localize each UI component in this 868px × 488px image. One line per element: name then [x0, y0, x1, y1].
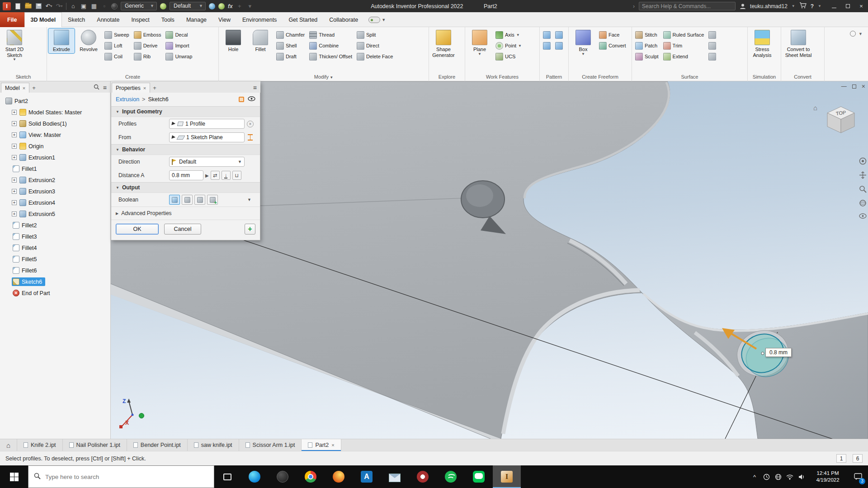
tree-item-fillet2[interactable]: Fillet2 — [1, 220, 109, 231]
ribbon-button-start-2d-sketch[interactable]: Start 2D Sketch▼ — [1, 28, 28, 62]
boolean-join-button[interactable] — [169, 195, 180, 205]
ribbon-button-face[interactable]: Face — [597, 30, 628, 40]
tree-expander-icon[interactable]: + — [12, 121, 17, 126]
tree-expander-icon[interactable]: + — [12, 144, 17, 149]
clear-selection-icon[interactable]: × — [247, 121, 254, 127]
ribbon-button-boundary-patch[interactable] — [707, 41, 718, 51]
ok-button[interactable]: OK — [116, 224, 159, 235]
ribbon-group-label[interactable]: Convert — [781, 73, 824, 81]
viewcube-home-icon[interactable]: ⌂ — [813, 104, 817, 112]
help-icon[interactable]: ? — [811, 3, 814, 9]
tree-item-fillet5[interactable]: Fillet5 — [1, 253, 109, 265]
ribbon-collapse-arrow-icon[interactable]: ▼ — [859, 32, 863, 36]
signed-in-user[interactable]: teuku.ahmad12 — [750, 3, 788, 9]
clock-tray-icon[interactable] — [760, 474, 772, 480]
material-dropdown[interactable]: Generic▼ — [121, 2, 157, 10]
ribbon-button-unwrap[interactable]: Unwrap — [164, 52, 194, 61]
cancel-button[interactable]: Cancel — [164, 224, 201, 235]
tree-expander-icon[interactable]: + — [12, 178, 17, 183]
menu-tab-collaborate[interactable]: Collaborate — [323, 12, 364, 27]
toolbar-options-arrow-icon[interactable]: ▾ — [246, 3, 254, 10]
section-behavior[interactable]: ▼ Behavior — [111, 144, 260, 155]
ribbon-button-sculpt[interactable]: Sculpt — [633, 52, 660, 61]
ribbon-group-label[interactable]: Explore — [429, 73, 465, 81]
adjust-sphere-icon[interactable] — [209, 3, 215, 9]
tree-item-content[interactable]: Extrusion2 — [19, 176, 58, 184]
tree-expander-icon[interactable]: + — [12, 110, 17, 115]
doc-tab-bender-point-ipt[interactable]: Bender Point.ipt — [127, 439, 188, 451]
section-input-geometry[interactable]: ▼ Input Geometry — [111, 106, 260, 117]
ribbon-button-emboss[interactable]: Emboss — [132, 30, 163, 40]
measure-icon[interactable]: ▦ — [90, 3, 98, 10]
help-menu-arrow-icon[interactable]: ▼ — [818, 4, 821, 8]
new-file-icon[interactable] — [14, 3, 21, 10]
ribbon-button-draft[interactable]: Draft — [274, 52, 307, 61]
menu-tab-get-started[interactable]: Get Started — [283, 12, 323, 27]
taskbar-clock[interactable]: 12:41 PM 4/19/2022 — [807, 470, 848, 483]
sketch-center-point[interactable] — [761, 352, 764, 355]
boolean-cut-button[interactable] — [182, 195, 193, 205]
browser-menu-icon[interactable]: ≡ — [103, 84, 107, 91]
profiles-field[interactable]: 1 Profile — [169, 119, 245, 129]
inventor-logo-icon[interactable]: I — [3, 2, 11, 10]
measure-button[interactable]: ⊔ — [232, 171, 241, 180]
ribbon-button-trim[interactable]: Trim — [661, 41, 706, 51]
tree-item-content[interactable]: Fillet2 — [12, 221, 40, 230]
redo-icon[interactable]: ↷▾ — [56, 3, 63, 10]
ribbon-group-label[interactable]: Create — [47, 73, 218, 81]
ribbon-button-mirror[interactable] — [553, 30, 565, 40]
ribbon-button-combine[interactable]: Combine — [307, 41, 354, 51]
viewcube-graphic[interactable]: TOP — [819, 101, 858, 137]
ribbon-group-label[interactable]: Work Features — [465, 73, 539, 81]
doc-tab-saw-knife-ipt[interactable]: saw knife.ipt — [188, 439, 239, 451]
view-cube[interactable]: ⌂ TOP — [813, 101, 858, 137]
ribbon-group-label[interactable]: Surface — [632, 73, 747, 81]
ribbon-button-axis[interactable]: Axis▼ — [494, 30, 524, 40]
close-icon[interactable]: × — [143, 85, 146, 91]
breadcrumb-extrusion[interactable]: Extrusion — [116, 96, 139, 103]
section-output[interactable]: ▼ Output — [111, 182, 260, 193]
tab-properties[interactable]: Properties × — [112, 83, 150, 93]
taskbar-app-xbox[interactable] — [269, 465, 297, 488]
ribbon-button-ucs[interactable]: UCS — [494, 52, 524, 61]
taskbar-search-input[interactable] — [45, 474, 208, 480]
doc-tab-part2[interactable]: Part2× — [302, 439, 341, 451]
doc-tab-scissor-arm-1-ipt[interactable]: Scissor Arm 1.ipt — [239, 439, 302, 451]
ribbon-button-thread[interactable]: Thread — [307, 30, 354, 40]
properties-menu-icon[interactable]: ≡ — [253, 84, 257, 91]
chevron-down-icon[interactable]: ▼ — [247, 197, 257, 202]
ribbon-button-extrude[interactable]: Extrude — [48, 28, 75, 53]
tree-item-content[interactable]: Solid Bodies(1) — [19, 119, 70, 128]
tree-item-content[interactable]: Fillet1 — [12, 164, 40, 173]
zoom-icon[interactable] — [859, 185, 867, 194]
taskbar-app-autodesk[interactable] — [353, 465, 381, 488]
tree-item-fillet6[interactable]: Fillet6 — [1, 265, 109, 276]
ribbon-button-shell[interactable]: Shell — [274, 41, 307, 51]
tree-item-content[interactable]: Fillet5 — [12, 255, 40, 263]
boolean-intersect-button[interactable] — [194, 195, 205, 205]
ribbon-button-extend[interactable]: Extend — [661, 52, 706, 61]
tree-item-content[interactable]: Fillet4 — [12, 244, 40, 252]
ribbon-button-fillet[interactable]: Fillet — [247, 28, 274, 53]
ribbon-button-chamfer[interactable]: Chamfer — [274, 30, 307, 40]
appearance-dropdown[interactable]: Default▼ — [170, 2, 206, 10]
doc-restore-icon[interactable] — [852, 84, 856, 89]
tree-expander-icon[interactable]: + — [12, 132, 17, 137]
home-tab[interactable]: ⌂ — [0, 439, 17, 451]
ribbon-button-split[interactable]: Split — [355, 30, 395, 40]
doc-tab-nail-polisher-1-ipt[interactable]: Nail Polisher 1.ipt — [63, 439, 127, 451]
search-icon[interactable] — [94, 84, 99, 91]
boolean-new-solid-button[interactable]: + — [207, 195, 218, 205]
ribbon-button-hole[interactable]: Hole — [220, 28, 246, 53]
task-view-button[interactable] — [214, 465, 241, 488]
add-quick-access-icon[interactable]: + — [236, 3, 243, 10]
tree-item-extrusion5[interactable]: +Extrusion5 — [1, 208, 109, 220]
network-tray-icon[interactable] — [772, 474, 784, 480]
ribbon-button-derive[interactable]: Derive — [132, 41, 163, 51]
store-cart-icon[interactable] — [799, 2, 807, 10]
tree-item-end-of-part[interactable]: End of Part — [1, 287, 109, 299]
tree-item-content[interactable]: Model States: Master — [19, 108, 85, 117]
tree-item-content[interactable]: Sketch6 — [12, 277, 45, 286]
tree-item-extrusion2[interactable]: +Extrusion2 — [1, 174, 109, 186]
ribbon-group-label[interactable]: Simulation — [748, 73, 781, 81]
